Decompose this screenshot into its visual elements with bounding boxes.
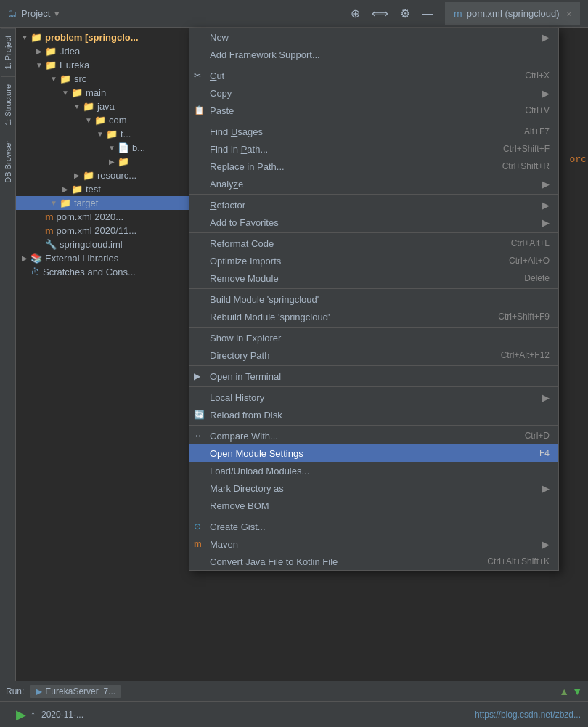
menu-item-new[interactable]: New ▶ [189,28,558,46]
sidebar-tab-structure[interactable]: 1: Structure [1,76,15,133]
tree-item-external-libs[interactable]: ▶ 📚 External Libraries [16,251,205,265]
menu-item-new-label: New [210,32,536,43]
menu-item-remove-module-shortcut: Delete [524,273,550,283]
arrow-icon: ▶ [19,254,30,262]
tree-item-label: Eureka [60,60,89,70]
menu-item-paste[interactable]: 📋 Paste Ctrl+V [189,102,558,119]
menu-item-remove-bom[interactable]: Remove BOM [189,497,558,514]
menu-item-show-explorer-label: Show in Explorer [210,333,550,344]
project-dropdown-icon[interactable]: ▾ [54,8,60,19]
arrow-icon: ▼ [19,33,30,41]
status-run-icon[interactable]: ▶ [16,707,26,723]
context-menu[interactable]: New ▶ Add Framework Support... ✂ Cut Ctr… [189,28,559,571]
sidebar-tab-db-browser[interactable]: DB Browser [1,133,15,190]
tree-item-src[interactable]: ▼ 📁 src [16,72,205,86]
menu-item-add-framework[interactable]: Add Framework Support... [189,46,558,63]
tree-item-eureka[interactable]: ▼ 📁 Eureka [16,58,205,72]
arrow-icon: ▶ [71,171,83,179]
menu-item-rebuild-module[interactable]: Rebuild Module 'springcloud' Ctrl+Shift+… [189,308,558,325]
menu-item-analyze-label: Analyze [210,179,536,190]
tree-item-label: .idea [60,46,80,57]
menu-item-create-gist[interactable]: ⊙ Create Gist... [189,518,558,535]
menu-item-mark-directory[interactable]: Mark Directory as ▶ [189,479,558,497]
menu-item-find-in-path[interactable]: Find in Path... Ctrl+Shift+F [189,140,558,158]
menu-item-maven-label: Maven [210,539,536,550]
tree-item-java[interactable]: ▼ 📁 java [16,99,205,113]
menu-item-open-module-settings-shortcut: F4 [539,448,550,458]
tree-item-iml[interactable]: 🔧 springcloud.iml [16,237,205,251]
menu-item-convert-kotlin[interactable]: Convert Java File to Kotlin File Ctrl+Al… [189,553,558,570]
menu-separator-10 [189,516,558,516]
run-down-arrow[interactable]: ▼ [572,686,582,697]
arrow-icon: ▼ [60,89,71,97]
menu-item-compare-with-label: Compare With... [210,431,510,442]
menu-item-remove-module[interactable]: Remove Module Delete [189,269,558,287]
globe-icon[interactable]: ⊕ [351,7,360,20]
menu-item-directory-path[interactable]: Directory Path Ctrl+Alt+F12 [189,346,558,364]
tree-item-sub[interactable]: ▶ 📁 [16,155,205,168]
menu-item-maven-arrow: ▶ [542,539,550,550]
menu-item-reload-disk[interactable]: 🔄 Reload from Disk [189,406,558,423]
menu-item-refactor[interactable]: Refactor ▶ [189,196,558,214]
menu-separator-2 [189,121,558,121]
menu-item-show-explorer[interactable]: Show in Explorer [189,329,558,346]
menu-item-cut[interactable]: ✂ Cut Ctrl+X [189,67,558,84]
sidebar-tab-project[interactable]: 1: Project [1,28,15,76]
menu-item-add-favorites[interactable]: Add to Favorites ▶ [189,214,558,231]
gist-icon: ⊙ [194,521,201,532]
arrow-icon: ▶ [106,158,118,166]
run-server[interactable]: ▶ EurekaServer_7... [30,685,121,698]
tree-item-scratches[interactable]: ⏱ Scratches and Cons... [16,265,205,279]
arrow-icon: ▼ [48,75,60,83]
lib-icon: 📚 [30,253,42,264]
menu-item-local-history[interactable]: Local History ▶ [189,389,558,406]
menu-item-replace-in-path[interactable]: Replace in Path... Ctrl+Shift+R [189,158,558,175]
tree-item-main[interactable]: ▼ 📁 main [16,86,205,99]
menu-item-build-module[interactable]: Build Module 'springcloud' [189,291,558,308]
menu-item-load-modules[interactable]: Load/Unload Modules... [189,462,558,479]
menu-item-open-terminal[interactable]: ▶ Open in Terminal [189,367,558,385]
tree-item-target[interactable]: ▼ 📁 target [16,196,205,210]
folder-icon: 📁 [45,46,57,57]
tree-item-resources[interactable]: ▶ 📁 resourc... [16,168,205,182]
menu-item-copy[interactable]: Copy ▶ [189,84,558,102]
menu-item-reformat[interactable]: Reformat Code Ctrl+Alt+L [189,235,558,252]
status-up-icon[interactable]: ↑ [30,709,36,720]
tree-item-test[interactable]: ▶ 📁 test [16,182,205,196]
status-url[interactable]: https://blog.csdn.net/zbzd... [475,710,581,720]
folder-icon-orange: 📁 [60,198,71,208]
tree-item-label: src [74,73,86,84]
tree-item-pom1[interactable]: m pom.xml 2020... [16,210,205,224]
menu-item-create-gist-label: Create Gist... [210,521,550,532]
menu-item-compare-with[interactable]: ↔ Compare With... Ctrl+D [189,427,558,444]
menu-separator-9 [189,425,558,426]
menu-item-directory-path-shortcut: Ctrl+Alt+F12 [501,350,550,360]
menu-item-find-usages[interactable]: Find Usages Alt+F7 [189,123,558,140]
tree-item-com[interactable]: ▼ 📁 com [16,113,205,127]
menu-item-maven[interactable]: m Maven ▶ [189,535,558,553]
tab-close-icon[interactable]: × [567,9,571,18]
menu-item-optimize-imports-label: Optimize Imports [210,256,494,267]
layout-icon[interactable]: ⟺ [372,7,388,20]
title-bar: 🗂 Project ▾ ⊕ ⟺ ⚙ — m pom.xml (springclo… [0,0,588,28]
minimize-icon[interactable]: — [422,7,433,20]
menu-item-optimize-imports[interactable]: Optimize Imports Ctrl+Alt+O [189,252,558,269]
maven-icon: m [194,539,202,549]
pom-xml-tab[interactable]: m pom.xml (springcloud) × [445,2,581,25]
menu-item-add-framework-label: Add Framework Support... [210,49,550,60]
settings-icon[interactable]: ⚙ [400,7,410,20]
tree-item-b[interactable]: ▼ 📄 b... [16,141,205,155]
run-up-arrow[interactable]: ▲ [559,686,569,697]
tree-item-label: External Libraries [45,253,118,264]
tree-item-label: problem [springclo... [45,32,139,43]
folder-icon: 📁 [94,115,106,126]
tree-item-problem[interactable]: ▼ 📁 problem [springclo... [16,31,205,44]
tree-item-pom2[interactable]: m pom.xml 2020/11... [16,224,205,237]
run-label: Run: [6,686,24,696]
menu-item-find-usages-label: Find Usages [210,126,510,137]
tree-item-idea[interactable]: ▶ 📁 .idea [16,44,205,58]
menu-item-open-module-settings[interactable]: Open Module Settings F4 [189,444,558,462]
tree-item-t[interactable]: ▼ 📁 t... [16,127,205,141]
arrow-icon: ▼ [71,102,83,110]
menu-item-analyze[interactable]: Analyze ▶ [189,175,558,192]
